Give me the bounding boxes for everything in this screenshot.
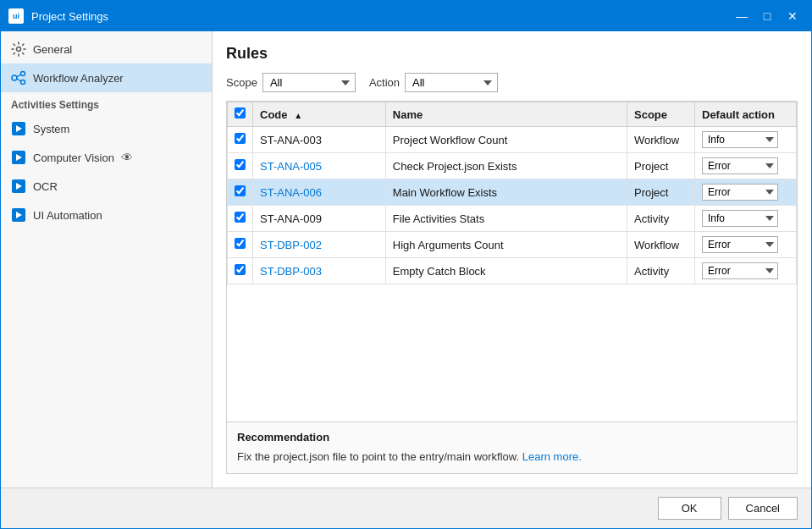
sidebar-item-ocr[interactable]: OCR: [1, 172, 212, 201]
row-checkbox[interactable]: [235, 159, 246, 170]
sidebar-item-uia-label: UI Automation: [33, 209, 102, 222]
window-controls: — □ ✕: [730, 4, 804, 28]
table-row[interactable]: ST-DBP-002High Arguments CountWorkflowIn…: [228, 232, 797, 258]
table-row[interactable]: ST-DBP-003Empty Catch BlockActivityInfoW…: [228, 258, 797, 284]
scope-filter-label: Scope: [226, 76, 257, 89]
row-checkbox[interactable]: [235, 264, 246, 275]
th-code[interactable]: Code ▲: [253, 102, 386, 127]
maximize-button[interactable]: □: [755, 4, 779, 28]
recommendation-body-text: Fix the project.json file to point to th…: [237, 450, 519, 463]
code-link[interactable]: ST-ANA-005: [260, 160, 322, 173]
ok-button[interactable]: OK: [658, 497, 721, 520]
row-checkbox[interactable]: [235, 185, 246, 196]
svg-point-0: [17, 47, 21, 52]
minimize-button[interactable]: —: [730, 4, 754, 28]
action-dropdown[interactable]: InfoWarningError: [702, 157, 778, 174]
gear-icon: [11, 41, 26, 57]
action-select[interactable]: All: [405, 73, 498, 92]
sidebar-item-workflow-analyzer[interactable]: Workflow Analyzer: [1, 63, 212, 92]
table-header-row: Code ▲ Name Scope Default: [228, 102, 797, 127]
action-dropdown[interactable]: InfoWarningError: [702, 262, 778, 279]
action-filter-group: Action All: [369, 73, 498, 92]
code-link[interactable]: ST-DBP-002: [260, 239, 322, 251]
sidebar-item-system-label: System: [33, 123, 69, 135]
scope-select[interactable]: All: [262, 73, 356, 92]
code-link[interactable]: ST-DBP-003: [260, 265, 322, 278]
rule-scope: Workflow: [627, 127, 695, 153]
action-dropdown[interactable]: InfoWarningError: [702, 210, 778, 227]
sidebar-item-workflow-label: Workflow Analyzer: [33, 72, 124, 85]
action-dropdown[interactable]: InfoWarningError: [702, 131, 778, 148]
rule-name: High Arguments Count: [385, 232, 627, 258]
scope-filter-group: Scope All: [226, 73, 356, 92]
table-body: ST-ANA-003Project Workflow CountWorkflow…: [228, 127, 797, 284]
sidebar-item-general-label: General: [33, 43, 72, 56]
table-row[interactable]: ST-ANA-009File Activities StatsActivityI…: [228, 206, 797, 232]
th-scope: Scope: [627, 102, 695, 127]
th-default-action: Default action: [695, 102, 797, 127]
rule-scope: Activity: [627, 206, 695, 232]
table-row[interactable]: ST-ANA-005Check Project.json ExistsProje…: [228, 153, 797, 179]
row-checkbox[interactable]: [235, 238, 246, 249]
rule-scope: Project: [627, 153, 695, 179]
workflow-icon: [11, 70, 26, 85]
action-dropdown[interactable]: InfoWarningError: [702, 236, 778, 253]
title-bar: ui Project Settings — □ ✕: [1, 1, 811, 31]
svg-point-2: [21, 72, 25, 76]
cv-arrow-icon: [11, 150, 26, 165]
recommendation-link[interactable]: Learn more.: [522, 450, 582, 463]
rule-scope: Project: [627, 179, 695, 206]
dialog-footer: OK Cancel: [1, 488, 811, 528]
sidebar-item-ocr-label: OCR: [33, 180, 58, 193]
recommendation-text: Fix the project.json file to point to th…: [237, 449, 787, 466]
sidebar-item-general[interactable]: General: [1, 35, 212, 63]
rule-scope: Workflow: [627, 232, 695, 258]
rules-table-container: Code ▲ Name Scope Default: [227, 102, 797, 422]
rule-name: Empty Catch Block: [385, 258, 627, 284]
row-checkbox[interactable]: [235, 212, 246, 223]
sidebar-item-ui-automation[interactable]: UI Automation: [1, 201, 212, 229]
table-row[interactable]: ST-ANA-003Project Workflow CountWorkflow…: [228, 127, 797, 153]
svg-line-4: [17, 74, 21, 77]
project-settings-window: ui Project Settings — □ ✕ General: [0, 0, 812, 529]
svg-point-3: [21, 80, 25, 85]
content-area: Rules Scope All Action All: [213, 31, 811, 488]
close-button[interactable]: ✕: [781, 4, 804, 28]
table-row[interactable]: ST-ANA-006Main Workflow ExistsProjectInf…: [228, 179, 797, 206]
rule-name: File Activities Stats: [385, 206, 627, 232]
th-name: Name: [385, 102, 627, 127]
app-icon: ui: [8, 8, 25, 25]
rule-name: Project Workflow Count: [385, 127, 627, 153]
svg-line-5: [17, 79, 21, 81]
row-checkbox[interactable]: [235, 133, 246, 144]
sidebar-item-cv-label: Computer Vision: [33, 152, 114, 164]
uia-arrow-icon: [11, 207, 26, 223]
main-layout: General Workflow Analyzer Activities Set…: [1, 31, 811, 488]
select-all-checkbox[interactable]: [235, 107, 246, 118]
sidebar-item-system[interactable]: System: [1, 114, 212, 143]
window-title: Project Settings: [31, 10, 730, 23]
filters-row: Scope All Action All: [226, 73, 798, 92]
recommendation-panel: Recommendation Fix the project.json file…: [227, 422, 797, 474]
action-dropdown[interactable]: InfoWarningError: [702, 184, 778, 201]
recommendation-title: Recommendation: [237, 431, 787, 444]
code-link[interactable]: ST-ANA-006: [260, 186, 322, 199]
sort-arrow-icon: ▲: [294, 111, 302, 120]
rule-name: Main Workflow Exists: [385, 179, 627, 206]
svg-point-1: [12, 75, 17, 80]
th-check: [228, 102, 253, 127]
sidebar-item-computer-vision[interactable]: Computer Vision 👁: [1, 143, 212, 172]
activities-settings-label: Activities Settings: [1, 92, 212, 114]
rule-name: Check Project.json Exists: [385, 153, 627, 179]
action-filter-label: Action: [369, 76, 400, 89]
system-arrow-icon: [11, 121, 26, 136]
eye-icon: 👁: [121, 151, 133, 164]
rule-scope: Activity: [627, 258, 695, 284]
ocr-arrow-icon: [11, 179, 26, 194]
cancel-button[interactable]: Cancel: [728, 497, 798, 520]
page-title: Rules: [226, 45, 798, 63]
rules-table: Code ▲ Name Scope Default: [227, 102, 797, 284]
sidebar: General Workflow Analyzer Activities Set…: [1, 31, 213, 488]
